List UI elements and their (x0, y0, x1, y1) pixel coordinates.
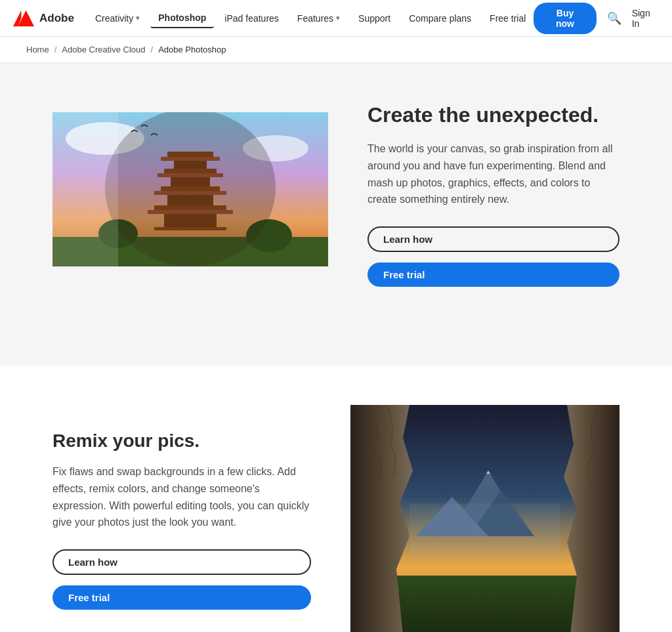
adobe-logo-link[interactable]: Adobe (13, 8, 74, 29)
chevron-down-icon: ▾ (136, 14, 140, 22)
nav-links: Creativity ▾ Photoshop iPad features Fea… (87, 9, 534, 28)
section2-inner: Remix your pics. Fix flaws and swap back… (0, 366, 672, 632)
nav-item-photoshop[interactable]: Photoshop (150, 9, 214, 28)
nav-item-support[interactable]: Support (350, 9, 398, 28)
section2-free-trial-button[interactable]: Free trial (52, 585, 311, 610)
section1-inner: Create the unexpected. The world is your… (0, 63, 672, 326)
section2-cta-group: Learn how Free trial (52, 549, 311, 610)
brand-name: Adobe (39, 12, 74, 25)
nav-item-features[interactable]: Features ▾ (289, 9, 348, 28)
section-create-unexpected: Create the unexpected. The world is your… (0, 63, 672, 326)
section2-body: Fix flaws and swap backgrounds in a few … (52, 463, 311, 530)
section2-image-container (350, 405, 620, 632)
section1-cta-group: Learn how Free trial (368, 226, 620, 287)
section1-text-block: Create the unexpected. The world is your… (368, 102, 620, 287)
breadcrumb-separator: / (151, 45, 154, 54)
svg-rect-22 (52, 112, 118, 266)
section1-learn-how-button[interactable]: Learn how (368, 226, 620, 252)
section1-body: The world is your canvas, so grab inspir… (368, 140, 620, 207)
buy-now-button[interactable]: Buy now (534, 3, 596, 34)
adobe-logo-icon (13, 8, 34, 29)
breadcrumb-separator: / (54, 45, 57, 54)
breadcrumb-creative-cloud[interactable]: Adobe Creative Cloud (62, 45, 145, 54)
section2-learn-how-button[interactable]: Learn how (52, 549, 311, 575)
cave-mountain-image (350, 405, 620, 632)
nav-actions: Buy now 🔍 Sign In (534, 3, 659, 34)
breadcrumb: Home / Adobe Creative Cloud / Adobe Phot… (0, 37, 672, 63)
pagoda-composite-image (52, 112, 328, 266)
main-content: Create the unexpected. The world is your… (0, 63, 672, 632)
main-nav: Adobe Creativity ▾ Photoshop iPad featur… (0, 0, 672, 37)
search-icon[interactable]: 🔍 (607, 11, 621, 26)
section1-heading: Create the unexpected. (368, 102, 620, 127)
svg-rect-29 (410, 503, 560, 556)
breadcrumb-current: Adobe Photoshop (158, 45, 226, 54)
section1-image-container (52, 112, 328, 276)
sign-in-link[interactable]: Sign In (632, 8, 659, 29)
section-remix-pics: Remix your pics. Fix flaws and swap back… (0, 366, 672, 632)
section1-free-trial-button[interactable]: Free trial (368, 263, 620, 287)
nav-item-ipad-features[interactable]: iPad features (217, 9, 287, 28)
svg-point-21 (105, 112, 276, 266)
chevron-down-icon: ▾ (336, 14, 340, 22)
section-gap (0, 326, 672, 366)
section2-heading: Remix your pics. (52, 430, 311, 452)
nav-item-compare-plans[interactable]: Compare plans (401, 9, 479, 28)
section2-text-block: Remix your pics. Fix flaws and swap back… (52, 430, 311, 610)
nav-item-creativity[interactable]: Creativity ▾ (87, 9, 148, 28)
breadcrumb-home[interactable]: Home (26, 45, 49, 54)
nav-item-free-trial[interactable]: Free trial (482, 9, 534, 28)
